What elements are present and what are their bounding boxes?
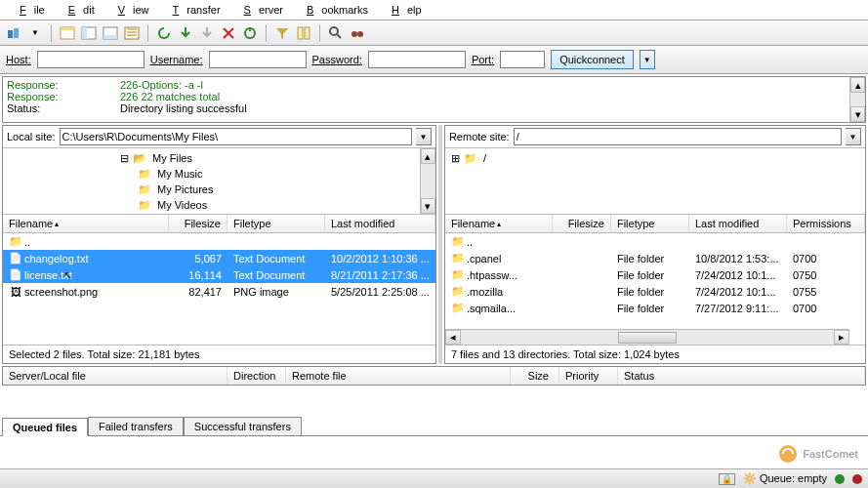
local-site-label: Local site: bbox=[7, 131, 56, 142]
filter-icon[interactable] bbox=[272, 23, 292, 43]
cancel-icon[interactable] bbox=[197, 23, 217, 43]
local-pane: Local site: ▼ ⊟📂My Files 📁My Music 📁My P… bbox=[2, 125, 436, 364]
sitemanager-icon[interactable] bbox=[4, 23, 23, 43]
process-queue-icon[interactable] bbox=[176, 23, 195, 43]
quickconnect-button[interactable]: Quickconnect bbox=[551, 50, 634, 69]
transfer-header: Server/Local file Direction Remote file … bbox=[2, 366, 866, 386]
queue-tabs: Queued files Failed transfers Successful… bbox=[2, 417, 866, 435]
port-input[interactable] bbox=[500, 51, 545, 68]
log-scrollbar[interactable]: ▴▾ bbox=[849, 77, 865, 122]
tab-queued[interactable]: Queued files bbox=[2, 418, 88, 436]
svg-point-13 bbox=[351, 31, 357, 37]
svg-rect-7 bbox=[103, 35, 117, 39]
svg-point-14 bbox=[357, 31, 363, 37]
brand-logo: FastComet bbox=[777, 443, 858, 465]
search-icon[interactable] bbox=[326, 23, 346, 43]
menu-edit[interactable]: Edit bbox=[53, 2, 103, 18]
toggle-log-icon[interactable] bbox=[58, 23, 77, 43]
log-label: Response: bbox=[7, 91, 116, 102]
folder-icon: 📁 bbox=[451, 302, 465, 315]
quickconnect-dropdown[interactable]: ▼ bbox=[640, 50, 655, 69]
local-file-list[interactable]: 📁.. 📄changelog.txt5,067Text Document10/2… bbox=[3, 233, 435, 345]
menu-view[interactable]: View bbox=[103, 2, 157, 18]
remote-site-label: Remote site: bbox=[449, 131, 510, 142]
queue-status: 🔆 Queue: empty bbox=[743, 472, 827, 485]
toolbar: ▼ bbox=[0, 20, 868, 46]
remote-path-dropdown[interactable]: ▼ bbox=[846, 128, 861, 145]
folder-up-icon: 📁 bbox=[9, 235, 22, 249]
folder-icon: 📁 bbox=[451, 252, 465, 265]
list-item[interactable]: 📄license.txt↖16,114Text Document8/21/201… bbox=[3, 266, 435, 283]
remote-file-list[interactable]: 📁.. 📁.cpanelFile folder10/8/2012 1:53:..… bbox=[445, 233, 865, 345]
compare-icon[interactable] bbox=[294, 23, 313, 43]
quickconnect-bar: Host: Username: Password: Port: Quickcon… bbox=[0, 46, 868, 74]
folder-up-icon: 📁 bbox=[451, 235, 465, 249]
menu-transfer[interactable]: Transfer bbox=[157, 2, 228, 18]
password-label: Password: bbox=[312, 54, 362, 65]
folder-icon: 📁 bbox=[464, 151, 477, 165]
log-value: 226-Options: -a -l bbox=[120, 79, 203, 91]
folder-icon: 📁 bbox=[451, 285, 465, 299]
encryption-icon: 🔒 bbox=[719, 473, 735, 485]
list-item[interactable]: 📁.htpassw...File folder7/24/2012 10:1...… bbox=[445, 266, 865, 283]
status-dot-red bbox=[852, 474, 862, 484]
toggle-tree-icon[interactable] bbox=[79, 23, 99, 43]
list-item[interactable]: 📄changelog.txt5,067Text Document10/2/201… bbox=[3, 250, 435, 266]
list-item[interactable]: 📁.cpanelFile folder10/8/2012 1:53:...070… bbox=[445, 250, 865, 266]
reconnect-icon[interactable] bbox=[240, 23, 260, 43]
local-tree-scrollbar[interactable]: ▴▾ bbox=[420, 148, 435, 214]
log-label: Response: bbox=[7, 79, 116, 91]
folder-icon: 📁 bbox=[451, 268, 465, 282]
disconnect-icon[interactable] bbox=[219, 23, 238, 43]
svg-rect-5 bbox=[82, 27, 87, 39]
menu-server[interactable]: Server bbox=[228, 2, 291, 18]
remote-hscrollbar[interactable]: ◂▸ bbox=[445, 329, 849, 345]
log-label: Status: bbox=[7, 102, 116, 114]
tab-successful[interactable]: Successful transfers bbox=[184, 417, 302, 435]
log-value: Directory listing successful bbox=[120, 102, 247, 114]
remote-header[interactable]: Filename▴ Filesize Filetype Last modifie… bbox=[445, 215, 865, 233]
toggle-broom-icon[interactable] bbox=[122, 23, 142, 43]
pane-splitter[interactable] bbox=[438, 125, 442, 364]
status-bar: 🔒 🔆 Queue: empty bbox=[0, 468, 868, 488]
host-input[interactable] bbox=[37, 51, 145, 68]
username-input[interactable] bbox=[209, 51, 307, 68]
folder-icon: 📁 bbox=[138, 183, 151, 196]
list-item[interactable]: 🖼screenshot.png82,417PNG image5/25/2011 … bbox=[3, 283, 435, 300]
svg-rect-10 bbox=[298, 27, 303, 39]
local-tree[interactable]: ⊟📂My Files 📁My Music 📁My Pictures 📁My Vi… bbox=[3, 148, 435, 215]
local-path-dropdown[interactable]: ▼ bbox=[416, 128, 432, 145]
svg-rect-0 bbox=[8, 30, 13, 38]
sort-asc-icon: ▴ bbox=[55, 220, 59, 228]
list-item[interactable]: 📁.mozillaFile folder7/24/2012 10:1...075… bbox=[445, 283, 865, 300]
list-item[interactable]: 📁.sqmaila...File folder7/27/2012 9:11:..… bbox=[445, 300, 865, 316]
folder-open-icon: 📂 bbox=[133, 151, 146, 165]
menu-file[interactable]: File bbox=[4, 2, 53, 18]
remote-pane: Remote site: ▼ ⊞📁/ Filename▴ Filesize Fi… bbox=[444, 125, 866, 364]
folder-icon: 📁 bbox=[138, 167, 151, 181]
remote-tree[interactable]: ⊞📁/ bbox=[445, 148, 865, 215]
toggle-queue-icon[interactable] bbox=[101, 23, 120, 43]
username-label: Username: bbox=[150, 54, 203, 65]
password-input[interactable] bbox=[368, 51, 466, 68]
dropdown-icon[interactable]: ▼ bbox=[25, 23, 45, 43]
document-icon: 📄 bbox=[9, 268, 22, 282]
binoculars-icon[interactable] bbox=[348, 23, 367, 43]
tab-failed[interactable]: Failed transfers bbox=[88, 417, 184, 435]
remote-path-input[interactable] bbox=[514, 128, 842, 145]
status-dot-green bbox=[835, 474, 845, 484]
document-icon: 📄 bbox=[9, 252, 22, 265]
menu-help[interactable]: Help bbox=[376, 2, 430, 18]
folder-icon: 📁 bbox=[138, 198, 151, 212]
local-path-input[interactable] bbox=[60, 128, 412, 145]
refresh-icon[interactable] bbox=[154, 23, 174, 43]
svg-rect-1 bbox=[14, 28, 19, 38]
sort-asc-icon: ▴ bbox=[497, 220, 501, 228]
port-label: Port: bbox=[472, 54, 494, 65]
local-header[interactable]: Filename▴ Filesize Filetype Last modifie… bbox=[3, 215, 435, 233]
local-status: Selected 2 files. Total size: 21,181 byt… bbox=[3, 345, 435, 363]
message-log: Response:226-Options: -a -l Response:226… bbox=[2, 76, 866, 123]
host-label: Host: bbox=[6, 54, 31, 65]
menu-bar: File Edit View Transfer Server Bookmarks… bbox=[0, 0, 868, 20]
menu-bookmarks[interactable]: Bookmarks bbox=[291, 2, 376, 18]
